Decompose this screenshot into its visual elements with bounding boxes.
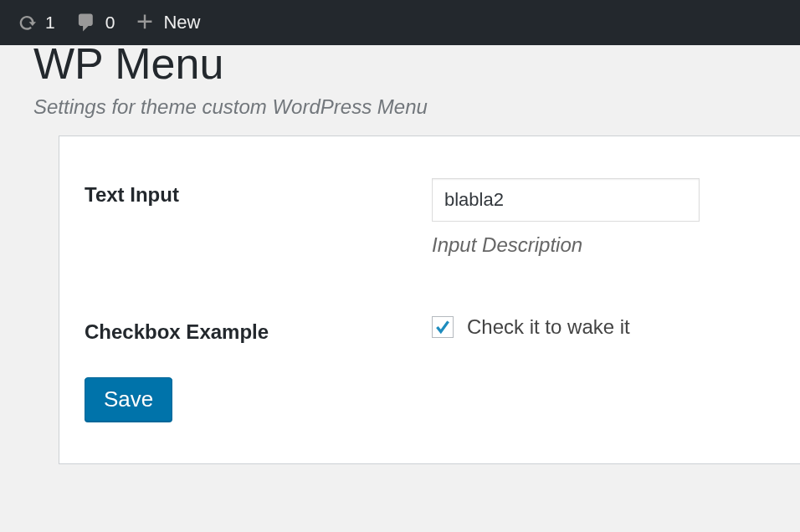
checkbox-row: Check it to wake it (432, 315, 775, 339)
form-row-checkbox: Checkbox Example Check it to wake it (85, 315, 775, 344)
admin-bar-comments[interactable]: 0 (65, 0, 126, 45)
checkbox-label: Checkbox Example (85, 315, 432, 344)
checkmark-icon (433, 318, 452, 336)
admin-bar-new[interactable]: New (125, 0, 210, 45)
settings-panel: Text Input Input Description Checkbox Ex… (59, 136, 800, 464)
text-input-control: Input Description (432, 178, 775, 257)
page-subtitle: Settings for theme custom WordPress Menu (33, 95, 800, 119)
comments-count: 0 (105, 13, 115, 33)
save-button[interactable]: Save (85, 377, 172, 422)
comment-icon (75, 12, 97, 33)
text-input-description: Input Description (432, 233, 775, 257)
updates-icon (17, 13, 37, 33)
checkbox-input[interactable] (432, 316, 454, 338)
form-row-text-input: Text Input Input Description (85, 178, 775, 257)
plus-icon (135, 13, 155, 33)
checkbox-control: Check it to wake it (432, 315, 775, 339)
checkbox-option-label: Check it to wake it (467, 315, 630, 339)
page-title: WP Menu (33, 42, 800, 85)
text-input-field[interactable] (432, 178, 700, 222)
main-content: WP Menu Settings for theme custom WordPr… (0, 42, 800, 464)
updates-count: 1 (45, 13, 55, 33)
admin-bar-updates[interactable]: 1 (7, 0, 65, 45)
admin-bar: 1 0 New (0, 0, 800, 45)
text-input-label: Text Input (85, 178, 432, 207)
new-label: New (163, 12, 200, 33)
